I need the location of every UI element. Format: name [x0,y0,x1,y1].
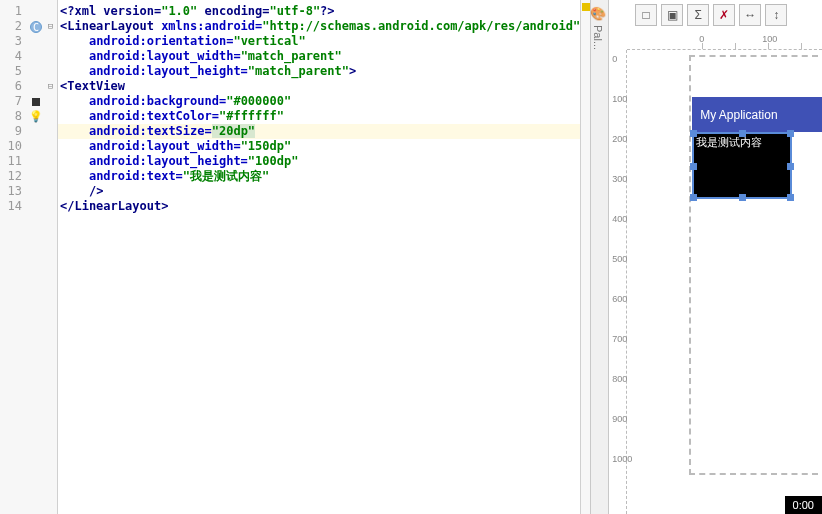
time-badge: 0:00 [785,496,822,514]
intention-bulb-icon[interactable]: 💡 [28,109,44,124]
fold-toggle-icon[interactable]: ⊟ [44,79,57,94]
line-number: 3 [0,34,22,49]
app-bar-title: My Application [700,108,777,122]
preview-toolbar: □ ▣ Σ ✗ ↔ ↕ [635,4,787,26]
line-number: 8 [0,109,22,124]
line-number: 1 [0,4,22,19]
line-number: 4 [0,49,22,64]
palette-tab[interactable]: 🎨Pal... [591,0,609,514]
line-number: 13 [0,184,22,199]
app-bar[interactable]: My Application [692,97,822,132]
gutter-marks: C 💡 [28,0,44,514]
resize-handle[interactable] [787,163,794,170]
horizontal-ruler: 0 100 200 [627,32,822,50]
vertical-ruler: 0 100 200 300 400 500 600 700 800 900 10… [609,50,627,514]
clear-button[interactable]: ✗ [713,4,735,26]
class-mark-icon: C [30,21,42,33]
expand-v-button[interactable]: ↕ [765,4,787,26]
resize-handle[interactable] [690,130,697,137]
line-number: 12 [0,169,22,184]
palette-icon: 🎨 [590,6,606,21]
resize-handle[interactable] [690,194,697,201]
resize-handle[interactable] [690,163,697,170]
preview-canvas[interactable]: □ ▣ Σ ✗ ↔ ↕ 0 100 200 0 100 200 300 400 … [609,0,822,514]
zoom-button[interactable]: Σ [687,4,709,26]
resize-handle[interactable] [739,194,746,201]
line-number-gutter: 1 2 3 4 5 6 7 8 9 10 11 12 13 14 [0,0,28,514]
line-number: 14 [0,199,22,214]
line-number: 6 [0,79,22,94]
line-number: 7 [0,94,22,109]
viewport-button[interactable]: ▣ [661,4,683,26]
resize-handle[interactable] [787,130,794,137]
line-number: 9 [0,124,22,139]
view-options-button[interactable]: □ [635,4,657,26]
expand-h-button[interactable]: ↔ [739,4,761,26]
layout-preview-panel: 🎨Pal... □ ▣ Σ ✗ ↔ ↕ 0 100 200 0 100 200 … [590,0,822,514]
fold-gutter: ⊟ ⊟ [44,0,58,514]
code-editor[interactable]: 1 2 3 4 5 6 7 8 9 10 11 12 13 14 C 💡 ⊟ [0,0,590,514]
resize-handle[interactable] [739,130,746,137]
line-number: 2 [0,19,22,34]
breakpoint-icon[interactable] [32,98,40,106]
error-stripe[interactable] [580,0,590,514]
fold-toggle-icon[interactable]: ⊟ [44,19,57,34]
analysis-status-icon [582,3,590,11]
line-number: 11 [0,154,22,169]
resize-handle[interactable] [787,194,794,201]
line-number: 10 [0,139,22,154]
textview-preview[interactable]: 我是测试内容 [692,132,792,199]
device-frame: My Application 我是测试内容 [689,55,822,475]
code-area[interactable]: <?xml version="1.0" encoding="utf-8"?> <… [58,0,580,514]
line-number: 5 [0,64,22,79]
